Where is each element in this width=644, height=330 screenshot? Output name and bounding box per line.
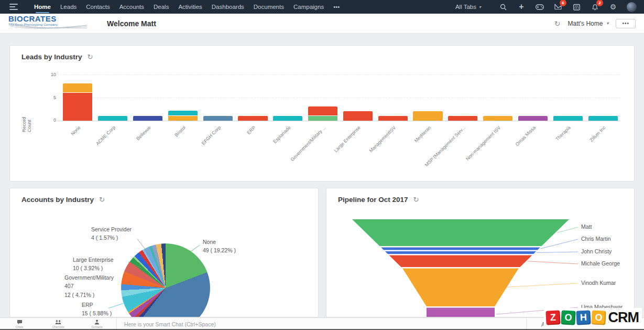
funnel-stage <box>427 308 495 318</box>
bar-column <box>550 74 585 121</box>
bar-segment <box>238 116 267 121</box>
dashboard-content: Leads by Industry ↻ Record Count 10 5 0 … <box>0 45 644 317</box>
nav-tab-dashboards[interactable]: Dashboards <box>207 0 249 14</box>
zoho-letter-tile: O <box>561 310 575 325</box>
dock-label: Channels <box>52 325 64 328</box>
bar-column <box>375 74 410 121</box>
bar-segment <box>308 116 337 121</box>
bar-segment <box>448 116 477 121</box>
bar-segment <box>553 116 583 121</box>
x-tick-label: None <box>70 125 81 136</box>
bar-segment <box>63 93 92 121</box>
funnel-stage-label: Michale George <box>581 260 620 267</box>
funnel-stage-label: Matt <box>581 223 592 230</box>
bar-segment <box>98 116 127 121</box>
bar-segment <box>413 111 442 121</box>
notifications-badge: 2 <box>596 0 603 6</box>
zoho-letter-tile: O <box>591 310 606 325</box>
smart-chat-input[interactable] <box>116 318 526 330</box>
zoho-crm-suffix: CRM <box>608 310 639 326</box>
app-menu-icon[interactable] <box>9 4 18 10</box>
bar-column <box>305 74 341 121</box>
calendar-icon[interactable] <box>572 2 581 12</box>
bar-column <box>130 74 166 121</box>
nav-tab-activities[interactable]: Activities <box>173 0 206 14</box>
pie-callout: None49 ( 19.22% ) <box>203 238 236 255</box>
accounts-by-industry-panel: Accounts by Industry ↻ Service Provider4… <box>9 188 319 317</box>
x-tick-label: ERP <box>246 125 256 135</box>
panel-title: Leads by Industry <box>21 53 82 61</box>
nav-tabs: HomeLeadsContactsAccountsDealsActivities… <box>29 0 344 14</box>
dock-item-contacts[interactable]: Contacts <box>78 318 116 330</box>
funnel-stage-label: Chris Martin <box>581 236 611 242</box>
pie-callout: Service Provider4 ( 1.57% ) <box>91 225 132 242</box>
dashboard-selector-label: Matt's Home <box>567 20 603 27</box>
nav-tab-leads[interactable]: Leads <box>56 0 81 14</box>
bar-segment <box>378 116 408 121</box>
nav-tab-home[interactable]: Home <box>29 0 56 14</box>
panel-title: Pipeline for Oct 2017 <box>338 196 408 204</box>
bar-chart: Record Count 10 5 0 <box>60 74 620 121</box>
bar-segment <box>63 83 92 93</box>
company-logo[interactable]: BIOCRATES The Deep Phenotyping Company <box>8 15 91 33</box>
bar-segment <box>343 111 373 121</box>
y-axis-label: Record Count <box>21 109 32 132</box>
bar-column <box>445 74 481 121</box>
bar-column <box>481 74 516 121</box>
x-tick-label: ACME Corp <box>95 125 116 146</box>
dock-item-chats[interactable]: Chats <box>0 318 39 330</box>
panel-title: Accounts by Industry <box>21 196 94 204</box>
settings-icon[interactable]: ⚙ <box>608 2 618 12</box>
gamepad-icon[interactable] <box>535 2 544 12</box>
more-options-button[interactable]: ••• <box>616 19 636 28</box>
bar-column <box>60 74 95 121</box>
dock-label: Contacts <box>91 325 103 328</box>
nav-right-cluster: All Tabs ▾ + 6 2 ⚙ <box>455 2 637 12</box>
nav-tab-documents[interactable]: Documents <box>249 0 289 14</box>
chat-bubble-icon <box>17 320 23 325</box>
refresh-icon[interactable]: ↻ <box>88 54 93 60</box>
bar-segment <box>518 116 548 121</box>
chevron-down-icon: ▾ <box>606 21 608 26</box>
all-tabs-dropdown[interactable]: All Tabs ▾ <box>455 4 481 10</box>
bar-segment <box>588 116 618 121</box>
x-tick-label: EFGH Corp <box>200 125 221 146</box>
refresh-icon[interactable]: ↻ <box>554 20 561 27</box>
add-icon[interactable]: + <box>517 2 526 12</box>
nav-tab-contacts[interactable]: Contacts <box>81 0 114 14</box>
dock-item-channels[interactable]: Channels <box>39 318 78 330</box>
funnel-stage-label: Vinodh Kumar <box>581 280 616 286</box>
x-axis-labels: NoneACME CorpBellevueBristolEFGH CorpERP… <box>60 121 620 178</box>
nav-tab-[interactable]: ••• <box>329 0 344 14</box>
page-header: BIOCRATES The Deep Phenotyping Company W… <box>0 14 644 34</box>
pie-callout: ERP15 ( 5.88% ) <box>82 301 112 317</box>
bar-segment <box>483 116 512 121</box>
mail-icon[interactable]: 6 <box>553 2 563 12</box>
bar-column <box>585 74 620 121</box>
search-icon[interactable] <box>498 2 508 12</box>
nav-tab-campaigns[interactable]: Campaigns <box>289 0 329 14</box>
channels-icon <box>55 320 61 325</box>
avatar[interactable] <box>627 2 637 12</box>
nav-tab-accounts[interactable]: Accounts <box>115 0 149 14</box>
refresh-icon[interactable]: ↻ <box>413 196 419 203</box>
bar-column <box>516 74 551 121</box>
funnel-stage <box>352 219 569 246</box>
leads-by-industry-panel: Leads by Industry ↻ Record Count 10 5 0 … <box>9 45 635 182</box>
pie-callout: Large Enterprise10 ( 3.92% ) <box>73 256 114 273</box>
bell-icon[interactable]: 2 <box>590 2 599 12</box>
x-tick-label: Mediteran <box>413 125 431 143</box>
top-navbar: HomeLeadsContactsAccountsDealsActivities… <box>0 0 644 14</box>
mail-badge: 6 <box>560 0 566 6</box>
bar-column <box>200 74 235 121</box>
pie-callout: Government/Military40712 ( 4.71% ) <box>64 273 114 299</box>
chat-dock: Chats Channels Contacts <box>0 318 116 330</box>
funnel-stage <box>385 251 536 254</box>
nav-tab-deals[interactable]: Deals <box>149 0 173 14</box>
x-tick-label: Zillum Inc <box>588 125 606 143</box>
pipeline-panel: Pipeline for Oct 2017 ↻ MattChris Martin… <box>326 188 635 317</box>
bar-column <box>235 74 270 121</box>
bar-segment <box>133 116 162 121</box>
dashboard-selector[interactable]: Matt's Home ▾ <box>567 20 608 27</box>
refresh-icon[interactable]: ↻ <box>99 196 105 203</box>
